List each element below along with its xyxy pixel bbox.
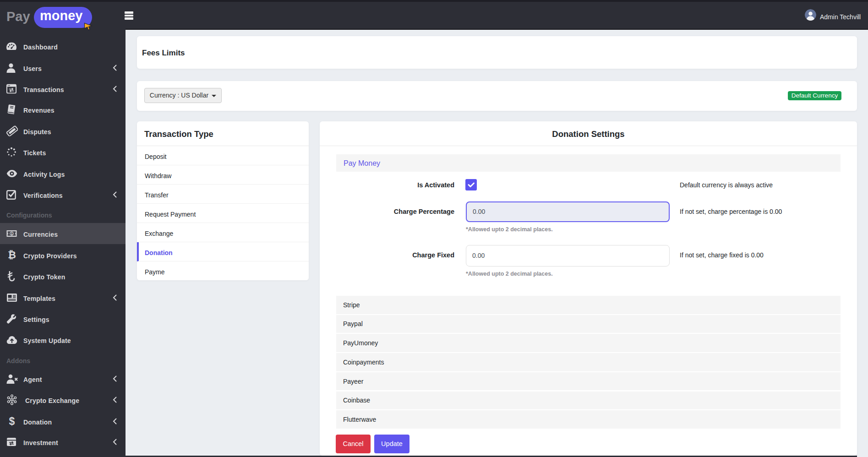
svg-text:1: 1 (11, 232, 12, 236)
